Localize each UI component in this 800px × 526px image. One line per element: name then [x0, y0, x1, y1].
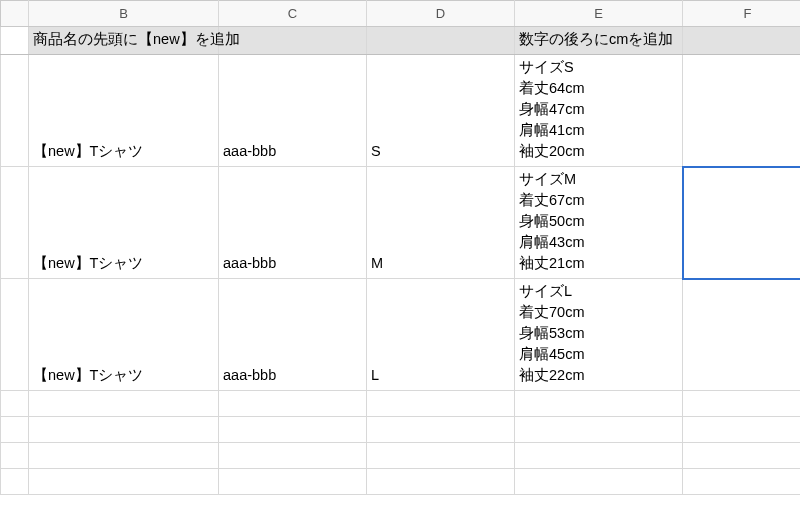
column-header-F[interactable]: F	[683, 1, 801, 27]
table-row: 【new】Tシャツ aaa-bbb S サイズS 着丈64cm 身幅47cm 肩…	[1, 55, 801, 167]
row-header-stub[interactable]	[1, 167, 29, 279]
cell-header-F[interactable]	[683, 27, 801, 55]
row-header-stub[interactable]	[1, 55, 29, 167]
cell-C[interactable]: aaa-bbb	[219, 167, 367, 279]
cell-D[interactable]: L	[367, 279, 515, 391]
cell-empty[interactable]	[515, 469, 683, 495]
row-header-stub[interactable]	[1, 469, 29, 495]
cell-empty[interactable]	[683, 469, 801, 495]
cell-empty[interactable]	[683, 417, 801, 443]
row-header-stub[interactable]	[1, 391, 29, 417]
table-row	[1, 443, 801, 469]
cell-header-B[interactable]: 商品名の先頭に【new】を追加	[29, 27, 219, 55]
cell-empty[interactable]	[219, 417, 367, 443]
table-row	[1, 469, 801, 495]
row-header-stub[interactable]	[1, 417, 29, 443]
cell-empty[interactable]	[367, 391, 515, 417]
sheet-header-row: 商品名の先頭に【new】を追加 数字の後ろにcmを追加	[1, 27, 801, 55]
spreadsheet-viewport: B C D E F 商品名の先頭に【new】を追加 数字の後ろにcmを追加 【n…	[0, 0, 800, 526]
cell-B[interactable]: 【new】Tシャツ	[29, 55, 219, 167]
cell-F[interactable]	[683, 55, 801, 167]
cell-empty[interactable]	[367, 469, 515, 495]
cell-B[interactable]: 【new】Tシャツ	[29, 167, 219, 279]
table-row	[1, 417, 801, 443]
select-all-corner[interactable]	[1, 1, 29, 27]
cell-empty[interactable]	[683, 443, 801, 469]
cell-C[interactable]: aaa-bbb	[219, 279, 367, 391]
spreadsheet-grid[interactable]: B C D E F 商品名の先頭に【new】を追加 数字の後ろにcmを追加 【n…	[0, 0, 800, 495]
cell-empty[interactable]	[367, 417, 515, 443]
table-row	[1, 391, 801, 417]
cell-empty[interactable]	[515, 391, 683, 417]
cell-empty[interactable]	[515, 443, 683, 469]
cell-empty[interactable]	[515, 417, 683, 443]
row-header-stub[interactable]	[1, 443, 29, 469]
cell-E[interactable]: サイズS 着丈64cm 身幅47cm 肩幅41cm 袖丈20cm	[515, 55, 683, 167]
cell-empty[interactable]	[29, 443, 219, 469]
table-row: 【new】Tシャツ aaa-bbb M サイズM 着丈67cm 身幅50cm 肩…	[1, 167, 801, 279]
cell-E[interactable]: サイズL 着丈70cm 身幅53cm 肩幅45cm 袖丈22cm	[515, 279, 683, 391]
cell-header-D[interactable]	[367, 27, 515, 55]
cell-F-selected[interactable]	[683, 167, 801, 279]
cell-B[interactable]: 【new】Tシャツ	[29, 279, 219, 391]
cell-empty[interactable]	[29, 469, 219, 495]
table-row: 【new】Tシャツ aaa-bbb L サイズL 着丈70cm 身幅53cm 肩…	[1, 279, 801, 391]
cell-C[interactable]: aaa-bbb	[219, 55, 367, 167]
cell-empty[interactable]	[219, 443, 367, 469]
column-header-D[interactable]: D	[367, 1, 515, 27]
cell-empty[interactable]	[29, 391, 219, 417]
row-header-stub[interactable]	[1, 27, 29, 55]
row-header-stub[interactable]	[1, 279, 29, 391]
column-header-row: B C D E F	[1, 1, 801, 27]
cell-header-C[interactable]	[219, 27, 367, 55]
column-header-C[interactable]: C	[219, 1, 367, 27]
cell-D[interactable]: M	[367, 167, 515, 279]
cell-empty[interactable]	[219, 391, 367, 417]
column-header-B[interactable]: B	[29, 1, 219, 27]
column-header-E[interactable]: E	[515, 1, 683, 27]
cell-empty[interactable]	[683, 391, 801, 417]
cell-E[interactable]: サイズM 着丈67cm 身幅50cm 肩幅43cm 袖丈21cm	[515, 167, 683, 279]
cell-header-E[interactable]: 数字の後ろにcmを追加	[515, 27, 683, 55]
cell-empty[interactable]	[219, 469, 367, 495]
cell-F[interactable]	[683, 279, 801, 391]
cell-empty[interactable]	[29, 417, 219, 443]
cell-empty[interactable]	[367, 443, 515, 469]
cell-D[interactable]: S	[367, 55, 515, 167]
